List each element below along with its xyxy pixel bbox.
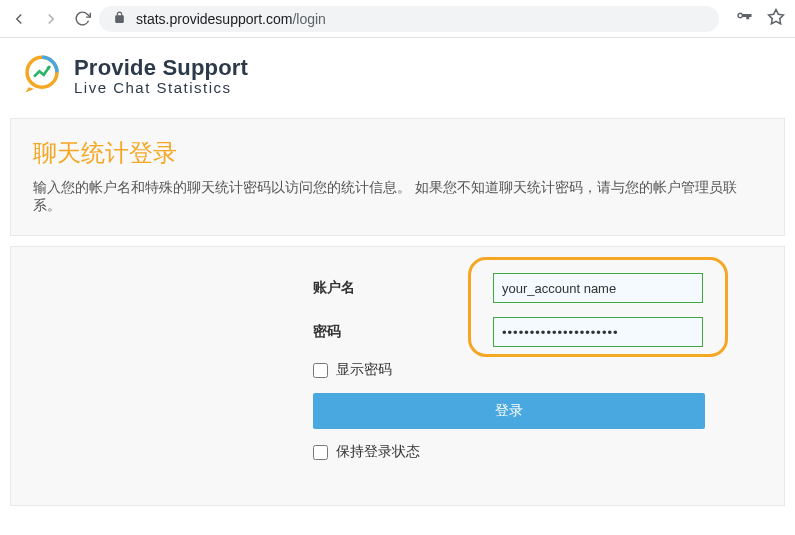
- intro-description: 输入您的帐户名和特殊的聊天统计密码以访问您的统计信息。 如果您不知道聊天统计密码…: [33, 179, 762, 215]
- keep-logged-checkbox[interactable]: [313, 445, 328, 460]
- login-button[interactable]: 登录: [313, 393, 705, 429]
- show-password-label[interactable]: 显示密码: [336, 361, 392, 379]
- login-form-panel: 账户名 密码 显示密码 登录 保持登录状态: [10, 246, 785, 506]
- intro-panel: 聊天统计登录 输入您的帐户名和特殊的聊天统计密码以访问您的统计信息。 如果您不知…: [10, 118, 785, 236]
- reload-button[interactable]: [74, 10, 91, 27]
- account-label: 账户名: [313, 279, 493, 297]
- address-bar[interactable]: stats.providesupport.com/login: [99, 6, 719, 32]
- login-form: 账户名 密码 显示密码 登录 保持登录状态: [313, 273, 713, 461]
- password-row: 密码: [313, 317, 713, 347]
- brand-title: Provide Support: [74, 56, 248, 80]
- url-text: stats.providesupport.com/login: [136, 11, 326, 27]
- show-password-checkbox[interactable]: [313, 363, 328, 378]
- page-title: 聊天统计登录: [33, 137, 762, 169]
- lock-icon: [113, 11, 126, 27]
- brand-header: Provide Support Live Chat Statistics: [0, 38, 795, 118]
- account-input[interactable]: [493, 273, 703, 303]
- logo-icon: [20, 52, 64, 100]
- key-icon[interactable]: [735, 8, 753, 30]
- brand-text: Provide Support Live Chat Statistics: [74, 56, 248, 97]
- back-button[interactable]: [10, 10, 28, 28]
- toolbar-right: [735, 8, 785, 30]
- keep-logged-row: 保持登录状态: [313, 443, 713, 461]
- brand-subtitle: Live Chat Statistics: [74, 80, 248, 97]
- keep-logged-label[interactable]: 保持登录状态: [336, 443, 420, 461]
- nav-buttons: [10, 10, 91, 28]
- forward-button[interactable]: [42, 10, 60, 28]
- page-content: Provide Support Live Chat Statistics 聊天统…: [0, 38, 795, 506]
- star-icon[interactable]: [767, 8, 785, 30]
- svg-marker-0: [769, 9, 784, 23]
- browser-toolbar: stats.providesupport.com/login: [0, 0, 795, 38]
- password-input[interactable]: [493, 317, 703, 347]
- password-label: 密码: [313, 323, 493, 341]
- show-password-row: 显示密码: [313, 361, 713, 379]
- account-row: 账户名: [313, 273, 713, 303]
